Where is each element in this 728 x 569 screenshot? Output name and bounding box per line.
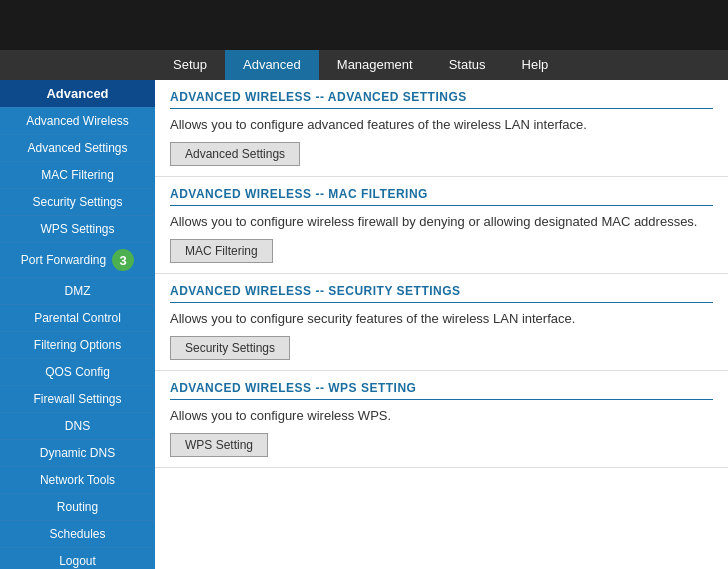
section-block-0: ADVANCED WIRELESS -- ADVANCED SETTINGSAl… <box>155 80 728 177</box>
nav-item-setup[interactable]: Setup <box>155 50 225 80</box>
layout: AdvancedAdvanced WirelessAdvanced Settin… <box>0 80 728 569</box>
section-desc-2: Allows you to configure security feature… <box>170 311 713 326</box>
sidebar-item-wps-settings[interactable]: WPS Settings <box>0 216 155 243</box>
sidebar-item-advanced-settings[interactable]: Advanced Settings <box>0 135 155 162</box>
section-title-3: ADVANCED WIRELESS -- WPS SETTING <box>170 381 713 400</box>
section-title-2: ADVANCED WIRELESS -- SECURITY SETTINGS <box>170 284 713 303</box>
sidebar-item-dmz[interactable]: DMZ <box>0 278 155 305</box>
section-desc-3: Allows you to configure wireless WPS. <box>170 408 713 423</box>
section-block-3: ADVANCED WIRELESS -- WPS SETTINGAllows y… <box>155 371 728 468</box>
navbar: SetupAdvancedManagementStatusHelp <box>0 50 728 80</box>
sidebar: AdvancedAdvanced WirelessAdvanced Settin… <box>0 80 155 569</box>
sidebar-item-network-tools[interactable]: Network Tools <box>0 467 155 494</box>
nav-item-advanced[interactable]: Advanced <box>225 50 319 80</box>
sidebar-item-security-settings[interactable]: Security Settings <box>0 189 155 216</box>
sidebar-item-parental-control[interactable]: Parental Control <box>0 305 155 332</box>
sidebar-item-label: Port Forwarding <box>21 253 106 267</box>
section-btn-1[interactable]: MAC Filtering <box>170 239 273 263</box>
section-desc-1: Allows you to configure wireless firewal… <box>170 214 713 229</box>
section-title-0: ADVANCED WIRELESS -- ADVANCED SETTINGS <box>170 90 713 109</box>
sidebar-item-qos-config[interactable]: QOS Config <box>0 359 155 386</box>
main-content: ADVANCED WIRELESS -- ADVANCED SETTINGSAl… <box>155 80 728 569</box>
nav-item-status[interactable]: Status <box>431 50 504 80</box>
section-desc-0: Allows you to configure advanced feature… <box>170 117 713 132</box>
badge-count: 3 <box>112 249 134 271</box>
sidebar-item-dns[interactable]: DNS <box>0 413 155 440</box>
sidebar-item-filtering-options[interactable]: Filtering Options <box>0 332 155 359</box>
section-block-1: ADVANCED WIRELESS -- MAC FILTERINGAllows… <box>155 177 728 274</box>
section-btn-3[interactable]: WPS Setting <box>170 433 268 457</box>
section-btn-0[interactable]: Advanced Settings <box>170 142 300 166</box>
nav-item-help[interactable]: Help <box>504 50 567 80</box>
sidebar-item-firewall-settings[interactable]: Firewall Settings <box>0 386 155 413</box>
section-title-1: ADVANCED WIRELESS -- MAC FILTERING <box>170 187 713 206</box>
sidebar-item-logout[interactable]: Logout <box>0 548 155 569</box>
sidebar-item-advanced-wireless[interactable]: Advanced Wireless <box>0 108 155 135</box>
sidebar-item-dynamic-dns[interactable]: Dynamic DNS <box>0 440 155 467</box>
sidebar-item-advanced[interactable]: Advanced <box>0 80 155 108</box>
header <box>0 0 728 50</box>
section-btn-2[interactable]: Security Settings <box>170 336 290 360</box>
sidebar-item-port-forwarding[interactable]: Port Forwarding3 <box>0 243 155 278</box>
section-block-2: ADVANCED WIRELESS -- SECURITY SETTINGSAl… <box>155 274 728 371</box>
nav-item-management[interactable]: Management <box>319 50 431 80</box>
sidebar-item-schedules[interactable]: Schedules <box>0 521 155 548</box>
sidebar-item-routing[interactable]: Routing <box>0 494 155 521</box>
sidebar-item-mac-filtering[interactable]: MAC Filtering <box>0 162 155 189</box>
